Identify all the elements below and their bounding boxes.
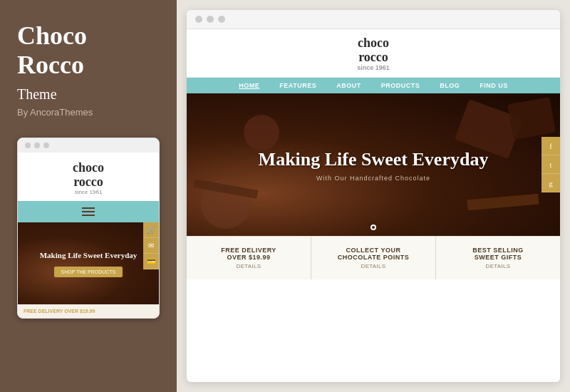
site-header: choco rocco since 1961 [187, 29, 560, 78]
feature-gifts: BEST SELLINGSWEET GIFTS Details [436, 237, 560, 279]
mobile-hero: Making Life Sweet Everyday SHOP THE PROD… [18, 222, 159, 304]
mobile-card-icon[interactable]: 💳 [143, 254, 159, 269]
site-hero: Making Life Sweet Everyday With Our Hand… [187, 93, 560, 236]
site-nav: HOME FEATURES ABOUT PRODUCTS BLOG FIND U… [187, 78, 560, 93]
theme-title: Choco Rocco [17, 21, 160, 81]
feature-delivery: FREE DELIVERYOVER $19.99 Details [187, 237, 311, 279]
mobile-since: since 1961 [18, 189, 159, 195]
browser-dot-1 [195, 16, 202, 23]
mobile-preview: choco rocco since 1961 Making Life Sweet… [17, 138, 160, 319]
mobile-email-icon[interactable]: ✉ [143, 238, 159, 254]
side-buttons: f t g [542, 137, 560, 192]
hero-slide-indicator[interactable] [370, 225, 376, 230]
social-google-button[interactable]: g [542, 174, 560, 192]
nav-blog[interactable]: BLOG [430, 78, 470, 93]
nav-about[interactable]: ABOUT [326, 78, 371, 93]
mobile-cart-icon[interactable]: 🛒 [143, 222, 159, 238]
mobile-logo-area: choco rocco since 1961 [18, 153, 159, 202]
nav-find-us[interactable]: FIND US [470, 78, 518, 93]
browser-titlebar [187, 10, 560, 29]
theme-author: By AncoraThemes [17, 107, 160, 118]
hamburger-icon[interactable] [82, 207, 95, 216]
mobile-nav [18, 201, 159, 222]
browser-area: choco rocco since 1961 HOME FEATURES ABO… [177, 0, 570, 392]
theme-subtitle: Theme [17, 86, 160, 103]
feature-gifts-detail[interactable]: Details [442, 263, 554, 269]
mobile-hero-text: Making Life Sweet Everyday [40, 250, 138, 260]
feature-gifts-title: BEST SELLINGSWEET GIFTS [442, 247, 554, 261]
sidebar: Choco Rocco Theme By AncoraThemes choco … [0, 0, 177, 392]
nav-home[interactable]: HOME [229, 78, 269, 93]
mobile-side-icons: 🛒 ✉ 💳 [143, 222, 159, 269]
mobile-dot-2 [34, 143, 40, 148]
feature-points: COLLECT YOURCHOCOLATE POINTS Details [311, 237, 436, 279]
social-facebook-button[interactable]: f [542, 137, 560, 155]
hero-subheading: With Our Handcrafted Chocolate [259, 175, 489, 182]
site-since: since 1961 [187, 65, 560, 72]
mobile-titlebar [18, 138, 159, 153]
nav-products[interactable]: PRODUCTS [371, 78, 430, 93]
browser-dot-2 [207, 16, 214, 23]
hero-text-area: Making Life Sweet Everyday With Our Hand… [259, 148, 489, 182]
social-twitter-button[interactable]: t [542, 155, 560, 174]
nav-features[interactable]: FEATURES [269, 78, 326, 93]
site-logo: choco rocco since 1961 [187, 36, 560, 71]
browser-dot-3 [218, 16, 225, 23]
mobile-shop-button[interactable]: SHOP THE PRODUCTS [54, 267, 123, 277]
features-row: FREE DELIVERYOVER $19.99 Details COLLECT… [187, 236, 560, 279]
feature-delivery-title: FREE DELIVERYOVER $19.99 [192, 247, 305, 261]
browser-content: choco rocco since 1961 HOME FEATURES ABO… [187, 29, 560, 279]
browser-window: choco rocco since 1961 HOME FEATURES ABO… [187, 10, 560, 382]
mobile-footer-strip: FREE DELIVERY OVER $19.99 [18, 304, 159, 318]
hero-heading: Making Life Sweet Everyday [259, 148, 489, 170]
mobile-logo: choco rocco [18, 161, 159, 190]
feature-points-detail[interactable]: Details [317, 263, 430, 269]
mobile-dot-1 [25, 143, 31, 148]
feature-delivery-detail[interactable]: Details [192, 263, 305, 269]
mobile-dot-3 [43, 143, 49, 148]
feature-points-title: COLLECT YOURCHOCOLATE POINTS [317, 247, 430, 261]
